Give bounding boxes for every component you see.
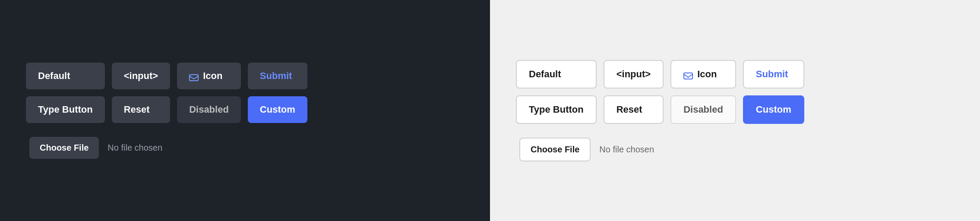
- dark-button-grid: Default <input> Icon Submit Type Button …: [26, 63, 307, 123]
- svg-rect-1: [684, 73, 692, 79]
- light-type-button[interactable]: Type Button: [516, 95, 597, 124]
- dark-file-row: Choose File No file chosen: [29, 137, 464, 159]
- dark-input-label: <input>: [124, 70, 158, 82]
- light-submit-button[interactable]: Submit: [743, 60, 804, 88]
- light-choose-file-button[interactable]: Choose File: [519, 138, 591, 161]
- dark-disabled-button[interactable]: Disabled: [177, 96, 241, 123]
- dark-submit-button[interactable]: Submit: [248, 63, 307, 89]
- light-type-button-label: Type Button: [529, 104, 584, 115]
- light-default-label: Default: [529, 69, 561, 80]
- dark-file-status: No file chosen: [107, 143, 162, 153]
- dark-disabled-label: Disabled: [189, 104, 229, 115]
- light-disabled-label: Disabled: [683, 104, 723, 115]
- light-choose-file-label: Choose File: [531, 145, 579, 154]
- dark-custom-button[interactable]: Custom: [248, 96, 307, 123]
- dark-choose-file-label: Choose File: [40, 143, 89, 152]
- dark-input-button[interactable]: <input>: [112, 63, 170, 89]
- dark-icon-label: Icon: [203, 70, 222, 82]
- dark-type-button[interactable]: Type Button: [26, 96, 105, 123]
- dark-submit-label: Submit: [260, 70, 292, 82]
- mail-icon-light: [683, 71, 693, 78]
- svg-rect-0: [190, 75, 198, 81]
- light-disabled-button[interactable]: Disabled: [670, 95, 736, 124]
- light-panel: Default <input> Icon Submit Type Button …: [490, 0, 980, 221]
- light-button-grid: Default <input> Icon Submit Type Button …: [516, 60, 804, 124]
- dark-choose-file-button[interactable]: Choose File: [29, 137, 99, 159]
- light-file-row: Choose File No file chosen: [519, 138, 954, 161]
- dark-type-button-label: Type Button: [38, 104, 93, 115]
- light-file-status: No file chosen: [599, 145, 654, 155]
- light-icon-button[interactable]: Icon: [670, 60, 736, 88]
- dark-reset-label: Reset: [124, 104, 150, 115]
- dark-panel: Default <input> Icon Submit Type Button …: [0, 0, 490, 221]
- dark-default-label: Default: [38, 70, 70, 82]
- dark-reset-button[interactable]: Reset: [112, 96, 170, 123]
- dark-custom-label: Custom: [260, 104, 295, 115]
- light-custom-label: Custom: [756, 104, 791, 115]
- light-input-button[interactable]: <input>: [604, 60, 664, 88]
- dark-icon-button[interactable]: Icon: [177, 63, 241, 89]
- mail-icon: [189, 73, 199, 79]
- light-input-label: <input>: [616, 69, 651, 80]
- light-default-button[interactable]: Default: [516, 60, 597, 88]
- light-reset-button[interactable]: Reset: [604, 95, 664, 124]
- dark-default-button[interactable]: Default: [26, 63, 105, 89]
- light-submit-label: Submit: [756, 69, 788, 80]
- light-custom-button[interactable]: Custom: [743, 95, 804, 124]
- light-reset-label: Reset: [616, 104, 642, 115]
- light-icon-label: Icon: [697, 69, 717, 80]
